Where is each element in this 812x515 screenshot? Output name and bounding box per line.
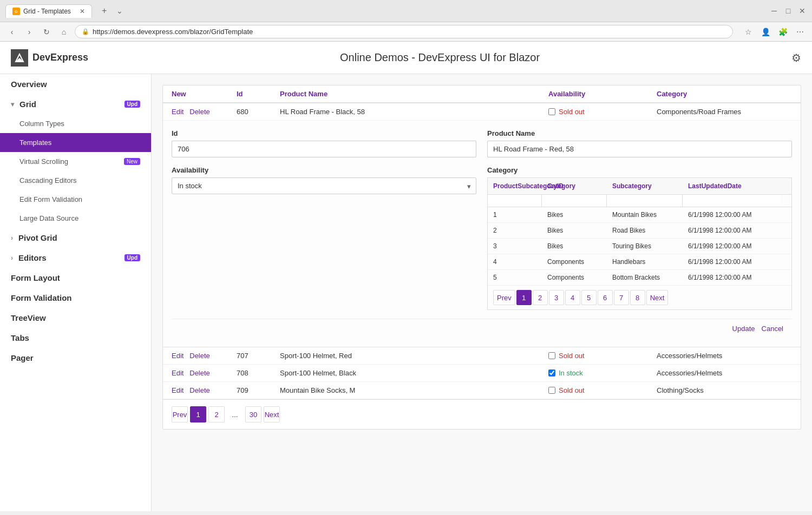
filter-subcategory[interactable] [607,195,683,207]
inner-page-5-button[interactable]: 5 [581,290,597,305]
inner-prev-button[interactable]: Prev [493,290,515,305]
sidebar-item-grid[interactable]: ▾ Grid Upd [0,94,151,114]
address-bar[interactable]: 🔒 https://demos.devexpress.com/blazor/Gr… [75,25,733,38]
inner-page-2-button[interactable]: 2 [533,290,548,305]
close-tab-button[interactable]: ✕ [80,8,85,15]
extensions-icon[interactable]: 🧩 [776,25,789,38]
availability-checkbox-680[interactable]: Sold out [548,108,657,116]
browser-tab[interactable]: G Grid - Templates ✕ [5,4,92,18]
grid-header-row: New Id Product Name Availability Categor… [163,85,801,103]
cat-row-4-date: 6/1/1998 12:00:00 AM [683,254,780,269]
sidebar-item-column-types[interactable]: Column Types [0,114,151,133]
sidebar-item-tabs[interactable]: Tabs [0,328,151,348]
availability-form-group: Availability In stock Sold out ▾ [172,166,476,194]
sidebar-item-form-layout[interactable]: Form Layout [0,268,151,288]
tab-dropdown-button[interactable]: ⌄ [116,6,123,15]
row-product-name-707: Sport-100 Helmet, Red [280,352,548,360]
availability-checkbox-709[interactable]: Sold out [548,386,657,394]
outer-page-30-button[interactable]: 30 [245,406,261,422]
category-grid-header: ProductSubcategoryID Category Subcategor… [488,178,791,195]
availability-checkbox-708[interactable]: In stock [548,369,657,377]
product-name-input[interactable] [487,141,792,157]
cat-row-2-id: 2 [488,223,542,238]
row-category-680: Components/Road Frames [657,108,792,116]
close-button[interactable]: ✕ [798,6,807,15]
refresh-button[interactable]: ↻ [40,25,53,38]
sidebar-item-cascading-editors[interactable]: Cascading Editors [0,171,151,190]
inner-page-1-button[interactable]: 1 [516,290,532,305]
delete-link-680[interactable]: Delete [189,108,210,116]
sidebar-item-form-layout-label: Form Layout [11,273,60,282]
update-button[interactable]: Update [732,325,755,333]
sidebar-item-large-data-source[interactable]: Large Data Source [0,209,151,228]
availability-check-708[interactable] [548,369,555,377]
inner-page-4-button[interactable]: 4 [565,290,580,305]
home-button[interactable]: ⌂ [57,25,70,38]
cat-col-subcategory: Subcategory [607,178,683,194]
row-product-name-680: HL Road Frame - Black, 58 [280,108,548,116]
availability-check-709[interactable] [548,387,555,394]
sidebar-item-edit-form-validation[interactable]: Edit Form Validation [0,190,151,209]
edit-form-right: Product Name Category ProductSubcategory… [487,129,792,319]
edit-form-left: Id Availability In stock Sold out [172,129,476,319]
edit-link-680[interactable]: Edit [172,108,184,116]
cat-col-category: Category [542,178,607,194]
outer-page-ellipsis: ... [227,406,243,422]
availability-select[interactable]: In stock Sold out [172,177,476,194]
id-input[interactable] [172,141,476,157]
forward-button[interactable]: › [23,25,36,38]
maximize-button[interactable]: □ [784,6,793,15]
availability-check-707[interactable] [548,352,555,359]
bookmark-icon[interactable]: ☆ [742,25,755,38]
delete-link-708[interactable]: Delete [189,369,210,377]
sidebar-item-pager[interactable]: Pager [0,348,151,368]
edit-link-708[interactable]: Edit [172,369,184,377]
outer-page-1-button[interactable]: 1 [190,406,206,422]
inner-page-8-button[interactable]: 8 [630,290,645,305]
availability-status-707: Sold out [559,352,585,360]
filter-subcategory-id[interactable] [488,195,542,207]
profile-icon[interactable]: 👤 [759,25,772,38]
outer-next-button[interactable]: Next [264,406,280,422]
cancel-button[interactable]: Cancel [762,325,783,333]
table-row: Edit Delete 708 Sport-100 Helmet, Black … [163,365,801,382]
new-button[interactable]: New [172,90,186,98]
outer-prev-button[interactable]: Prev [172,406,188,422]
more-icon[interactable]: ⋯ [794,25,807,38]
delete-link-709[interactable]: Delete [189,386,210,394]
filter-last-updated[interactable] [683,195,780,207]
edit-link-707[interactable]: Edit [172,352,184,360]
browser-titlebar: G Grid - Templates ✕ + ⌄ ─ □ ✕ [0,0,812,22]
app-header: DevExpress Online Demos - DevExpress UI … [0,42,812,74]
row-availability-680: Sold out [548,108,657,116]
filter-category[interactable] [542,195,607,207]
back-button[interactable]: ‹ [5,25,18,38]
inner-page-6-button[interactable]: 6 [598,290,613,305]
minimize-button[interactable]: ─ [770,6,778,15]
row-actions: Edit Delete [172,108,237,116]
table-row: Edit Delete 709 Mountain Bike Socks, M S… [163,382,801,399]
sidebar-item-treeview[interactable]: TreeView [0,308,151,328]
sidebar-item-editors[interactable]: › Editors Upd [0,248,151,268]
cat-row-5-category: Components [542,270,607,285]
settings-icon[interactable]: ⚙ [791,51,801,64]
outer-page-2-button[interactable]: 2 [208,406,225,422]
availability-check-680[interactable] [548,108,555,115]
availability-select-wrapper: In stock Sold out ▾ [172,177,476,194]
sidebar-item-virtual-scrolling[interactable]: Virtual Scrolling New [0,152,151,171]
delete-link-707[interactable]: Delete [189,352,210,360]
sidebar-item-form-validation[interactable]: Form Validation [0,288,151,308]
sidebar-item-overview[interactable]: Overview [0,74,151,94]
sidebar-item-templates[interactable]: Templates [0,133,151,152]
inner-next-button[interactable]: Next [646,290,669,305]
sidebar-item-pager-label: Pager [11,353,34,362]
inner-page-7-button[interactable]: 7 [614,290,629,305]
col-header-id: Id [237,90,280,98]
new-tab-button[interactable]: + [96,3,112,18]
edit-link-709[interactable]: Edit [172,386,184,394]
availability-checkbox-707[interactable]: Sold out [548,352,657,360]
sidebar-item-pivot-grid[interactable]: › Pivot Grid [0,228,151,248]
inner-page-3-button[interactable]: 3 [549,290,564,305]
col-header-availability: Availability [548,90,657,98]
sidebar-item-form-validation-label: Form Validation [11,293,72,302]
